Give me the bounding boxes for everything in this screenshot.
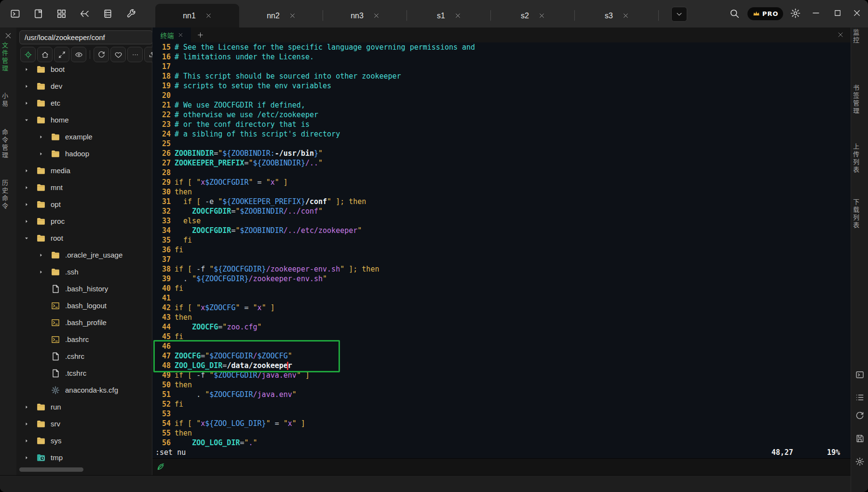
chevron-collapsed-icon[interactable] — [39, 253, 43, 258]
tree-row-root[interactable]: root — [16, 230, 152, 246]
session-tab-nn1[interactable]: nn1 — [155, 4, 239, 27]
right-rail-item-1[interactable]: 监控 — [851, 29, 868, 44]
tab-list-button[interactable] — [671, 7, 687, 22]
sidebar-item-4[interactable]: 历史命令 — [0, 179, 16, 210]
settings-icon[interactable] — [790, 8, 801, 19]
terminal-icon[interactable] — [855, 370, 865, 380]
path-input[interactable] — [19, 30, 153, 44]
wrench-icon[interactable] — [125, 8, 136, 19]
maximize-icon[interactable] — [833, 9, 842, 17]
chevron-collapsed-icon[interactable] — [24, 202, 29, 207]
chevron-collapsed-icon[interactable] — [24, 168, 29, 173]
script-icon — [51, 318, 60, 328]
close-icon[interactable] — [178, 32, 183, 38]
dashboard-icon[interactable] — [56, 8, 67, 19]
chevron-collapsed-icon[interactable] — [24, 84, 29, 89]
session-tab-s1[interactable]: s1 — [407, 4, 491, 27]
home-button[interactable] — [37, 47, 53, 62]
file-tree: bootdevetchomeexamplehadoopmediamntoptpr… — [16, 61, 152, 466]
locate-button[interactable] — [20, 47, 36, 62]
list-icon[interactable] — [855, 393, 865, 402]
session-tab-s2[interactable]: s2 — [491, 4, 575, 27]
tree-row-mnt[interactable]: mnt — [16, 179, 152, 196]
close-icon[interactable] — [853, 9, 861, 17]
close-icon[interactable] — [373, 13, 380, 19]
chevron-expanded-icon[interactable] — [24, 118, 29, 123]
heart-button[interactable] — [110, 47, 126, 62]
tree-row-.bash_profile[interactable]: .bash_profile — [16, 314, 152, 331]
line-number: 17 — [154, 62, 171, 71]
right-rail-item-4[interactable]: 下载列表 — [851, 199, 868, 230]
session-tab-nn2[interactable]: nn2 — [239, 4, 323, 27]
tree-row-media[interactable]: media — [16, 162, 152, 179]
code-line-34: 34 ZOOCFGDIR="$ZOOBINDIR/../etc/zookeepe… — [154, 226, 851, 235]
tree-row-.bashrc[interactable]: .bashrc — [16, 331, 152, 348]
sidebar-item-1[interactable]: 文件管理 — [0, 42, 16, 73]
scroll-percent: 19% — [827, 448, 840, 457]
chevron-collapsed-icon[interactable] — [24, 67, 29, 72]
terminal-tab[interactable]: 终端 — [152, 27, 191, 42]
tree-row-boot[interactable]: boot — [16, 61, 152, 78]
flow-icon[interactable] — [79, 8, 90, 19]
collapse-button[interactable] — [54, 47, 69, 62]
tree-row-srv[interactable]: srv — [16, 415, 152, 432]
horizontal-scrollbar[interactable] — [19, 467, 83, 472]
tree-row-proc[interactable]: proc — [16, 213, 152, 230]
tree-row-.ssh[interactable]: .ssh — [16, 263, 152, 280]
chevron-collapsed-icon[interactable] — [24, 422, 29, 426]
chevron-collapsed-icon[interactable] — [24, 405, 29, 410]
right-rail-item-2[interactable]: 书签管理 — [851, 84, 868, 115]
chevron-collapsed-icon[interactable] — [24, 219, 29, 224]
line-number: 53 — [154, 410, 171, 418]
tree-row-.tcshrc[interactable]: .tcshrc — [16, 365, 152, 382]
chevron-collapsed-icon[interactable] — [39, 151, 43, 156]
tree-row-.cshrc[interactable]: .cshrc — [16, 348, 152, 365]
tree-row-.bash_logout[interactable]: .bash_logout — [16, 297, 152, 314]
chevron-collapsed-icon[interactable] — [24, 185, 29, 190]
tree-row-hadoop[interactable]: hadoop — [16, 145, 152, 162]
minimize-icon[interactable] — [812, 9, 820, 17]
chevron-expanded-icon[interactable] — [24, 236, 29, 241]
save-icon[interactable] — [855, 434, 865, 443]
settings-icon[interactable] — [855, 457, 865, 466]
session-tab-s3[interactable]: s3 — [575, 4, 659, 27]
close-icon[interactable] — [455, 13, 461, 19]
tree-row-home[interactable]: home — [16, 111, 152, 128]
tree-label: run — [51, 403, 61, 411]
tree-row-dev[interactable]: dev — [16, 78, 152, 95]
refresh-button[interactable] — [94, 47, 109, 62]
tree-row-example[interactable]: example — [16, 128, 152, 145]
server-icon[interactable] — [102, 8, 113, 19]
chevron-collapsed-icon[interactable] — [24, 455, 29, 460]
tree-row-.bash_history[interactable]: .bash_history — [16, 280, 152, 297]
tree-row-tmp[interactable]: tmp — [16, 449, 152, 466]
chevron-collapsed-icon[interactable] — [39, 135, 43, 139]
close-icon[interactable] — [205, 13, 212, 19]
tree-row-sys[interactable]: sys — [16, 432, 152, 449]
right-rail-item-3[interactable]: 上传列表 — [851, 143, 868, 174]
close-icon[interactable] — [4, 32, 12, 40]
more-button[interactable] — [127, 47, 143, 62]
chevron-collapsed-icon[interactable] — [39, 270, 43, 274]
tree-row-run[interactable]: run — [16, 398, 152, 415]
tree-row-opt[interactable]: opt — [16, 196, 152, 213]
refresh-icon[interactable] — [855, 411, 865, 421]
sidebar-item-3[interactable]: 命令管理 — [0, 129, 16, 160]
chevron-collapsed-icon[interactable] — [24, 438, 29, 443]
new-terminal-button[interactable] — [197, 31, 204, 39]
pro-badge[interactable]: PRO — [747, 7, 783, 20]
manual-icon[interactable] — [33, 8, 44, 19]
session-tab-nn3[interactable]: nn3 — [323, 4, 407, 27]
chevron-collapsed-icon[interactable] — [24, 101, 29, 106]
close-icon[interactable] — [623, 13, 629, 19]
terminal-icon[interactable] — [10, 8, 21, 19]
close-icon[interactable] — [539, 13, 545, 19]
tree-row-etc[interactable]: etc — [16, 95, 152, 111]
search-icon[interactable] — [729, 8, 740, 19]
tree-row-anaconda-ks.cfg[interactable]: anaconda-ks.cfg — [16, 382, 152, 398]
close-icon[interactable] — [289, 13, 296, 19]
tree-row-.oracle_jre_usage[interactable]: .oracle_jre_usage — [16, 246, 152, 263]
sidebar-item-2[interactable]: 小易 — [0, 93, 16, 108]
close-icon[interactable] — [837, 31, 844, 38]
eye-button[interactable] — [71, 47, 86, 62]
